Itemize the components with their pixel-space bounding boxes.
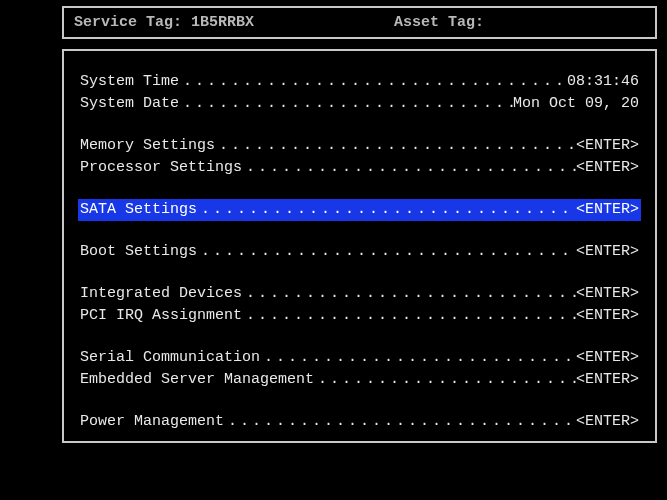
menu-item[interactable]: Integrated Devices .....................… bbox=[78, 283, 641, 305]
menu-item-label: SATA Settings bbox=[80, 199, 197, 221]
menu-item[interactable]: System Time ............................… bbox=[78, 71, 641, 93]
menu-item-value: <ENTER> bbox=[576, 347, 639, 369]
leader-dots: ........................................… bbox=[224, 411, 576, 433]
leader-dots: ........................................… bbox=[242, 305, 576, 327]
asset-tag-label: Asset Tag: bbox=[394, 14, 484, 31]
menu-item-value: <ENTER> bbox=[576, 199, 639, 221]
menu-item-value: <ENTER> bbox=[576, 283, 639, 305]
menu-item[interactable]: PCI IRQ Assignment .....................… bbox=[78, 305, 641, 327]
menu-item-label: Embedded Server Management bbox=[80, 369, 314, 391]
leader-dots: ........................................… bbox=[260, 347, 576, 369]
menu-item-value: <ENTER> bbox=[576, 411, 639, 433]
menu-item-value: 08:31:46 bbox=[567, 71, 639, 93]
leader-dots: ........................................… bbox=[197, 241, 576, 263]
menu-item-label: System Time bbox=[80, 71, 179, 93]
menu-item[interactable]: SATA Settings ..........................… bbox=[78, 199, 641, 221]
menu-item-value: <ENTER> bbox=[576, 157, 639, 179]
menu-item[interactable]: Memory Settings ........................… bbox=[78, 135, 641, 157]
menu-item-label: Integrated Devices bbox=[80, 283, 242, 305]
menu-item-value: <ENTER> bbox=[576, 135, 639, 157]
leader-dots: ........................................… bbox=[242, 283, 576, 305]
menu-item[interactable]: Processor Settings .....................… bbox=[78, 157, 641, 179]
leader-dots: ........................................… bbox=[242, 157, 576, 179]
menu-item-label: Processor Settings bbox=[80, 157, 242, 179]
menu-item-label: Boot Settings bbox=[80, 241, 197, 263]
menu-item[interactable]: Power Management .......................… bbox=[78, 411, 641, 433]
service-tag-label: Service Tag: bbox=[74, 14, 182, 31]
menu-item-label: System Date bbox=[80, 93, 179, 115]
menu-item-label: PCI IRQ Assignment bbox=[80, 305, 242, 327]
asset-tag: Asset Tag: bbox=[394, 14, 484, 31]
leader-dots: ........................................… bbox=[179, 93, 513, 115]
leader-dots: ........................................… bbox=[314, 369, 576, 391]
bios-header: Service Tag: 1B5RRBX Asset Tag: bbox=[62, 6, 657, 39]
menu-item-value: <ENTER> bbox=[576, 241, 639, 263]
leader-dots: ........................................… bbox=[179, 71, 567, 93]
leader-dots: ........................................… bbox=[197, 199, 576, 221]
leader-dots: ........................................… bbox=[215, 135, 576, 157]
menu-item[interactable]: Embedded Server Management .............… bbox=[78, 369, 641, 391]
menu-item-label: Power Management bbox=[80, 411, 224, 433]
menu-item-label: Serial Communication bbox=[80, 347, 260, 369]
menu-item[interactable]: Serial Communication ...................… bbox=[78, 347, 641, 369]
menu-item-label: Memory Settings bbox=[80, 135, 215, 157]
menu-item-value: Mon Oct 09, 20 bbox=[513, 93, 639, 115]
menu-item-value: <ENTER> bbox=[576, 369, 639, 391]
menu-item[interactable]: Boot Settings ..........................… bbox=[78, 241, 641, 263]
menu-item-value: <ENTER> bbox=[576, 305, 639, 327]
service-tag: Service Tag: 1B5RRBX bbox=[74, 14, 254, 31]
service-tag-value: 1B5RRBX bbox=[191, 14, 254, 31]
bios-menu: System Time ............................… bbox=[62, 49, 657, 443]
menu-item[interactable]: System Date ............................… bbox=[78, 93, 641, 115]
